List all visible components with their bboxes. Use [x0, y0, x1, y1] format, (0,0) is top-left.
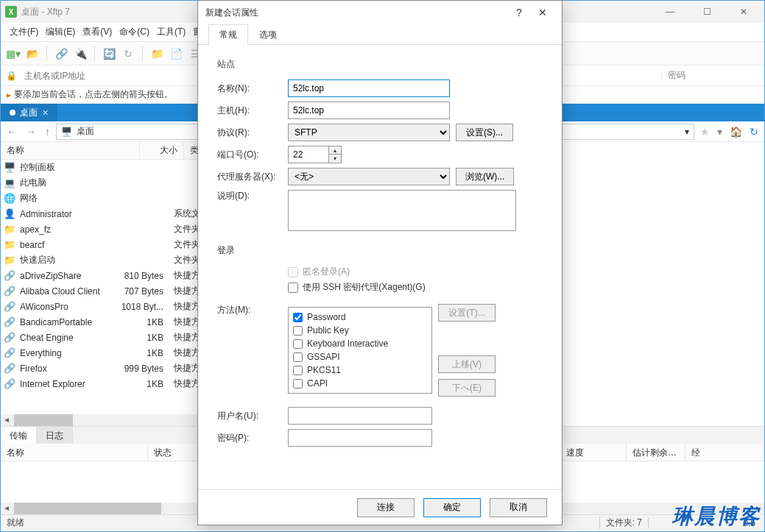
method-option[interactable]: PKCS11: [293, 363, 427, 377]
help-button[interactable]: ?: [507, 7, 531, 18]
left-pane: 名称 大小 类型 🖥️控制面板💻此电脑🌐网络👤Administrator系统文📁…: [1, 142, 222, 426]
label-host: 主机(H):: [217, 104, 288, 117]
list-item[interactable]: 🔗Firefox999 Bytes快捷方: [1, 361, 221, 376]
tab-log[interactable]: 日志: [37, 427, 73, 444]
file-icon: 📁: [4, 255, 15, 266]
list-item[interactable]: 🌐网络: [1, 191, 221, 206]
list-item[interactable]: 📁apex_fz文件夹: [1, 221, 221, 237]
new-file-icon[interactable]: 📄: [168, 46, 184, 62]
file-name: 控制面板: [20, 161, 106, 174]
file-size: 1KB: [110, 379, 169, 389]
list-item[interactable]: 🖥️控制面板: [1, 160, 221, 175]
star-icon[interactable]: ★: [697, 124, 713, 139]
password-input[interactable]: [288, 429, 432, 447]
scroll-thumb[interactable]: [14, 414, 73, 426]
method-option[interactable]: Password: [293, 311, 427, 324]
menu-tools[interactable]: 工具(T): [154, 24, 188, 40]
list-item[interactable]: 💻此电脑: [1, 175, 221, 191]
spin-down-icon[interactable]: ▾: [329, 155, 341, 163]
list-item[interactable]: 🔗Cheat Engine1KB快捷方: [1, 330, 221, 345]
proxy-select[interactable]: <无>: [288, 168, 450, 185]
list-item[interactable]: 👤Administrator系统文: [1, 206, 221, 221]
description-input[interactable]: [288, 190, 516, 231]
col-size[interactable]: 大小: [140, 142, 184, 159]
ok-button[interactable]: 确定: [423, 498, 481, 517]
link-icon[interactable]: 🔗: [53, 46, 69, 62]
bcol-eta[interactable]: 估计剩余…: [627, 444, 685, 461]
method-checkbox[interactable]: [293, 352, 303, 362]
cancel-button[interactable]: 取消: [490, 498, 547, 517]
port-input[interactable]: [288, 146, 329, 163]
list-item[interactable]: 🔗AWiconsPro1018 Byt...快捷方: [1, 299, 221, 314]
dropdown-icon[interactable]: ▾: [714, 124, 725, 139]
sync-icon[interactable]: 🔄: [101, 46, 117, 62]
dialog-close-button[interactable]: ✕: [531, 7, 554, 18]
list-item[interactable]: 🔗Alibaba Cloud Client707 Bytes快捷方: [1, 283, 221, 299]
xagent-checkbox[interactable]: [288, 283, 298, 293]
file-name: Administrator: [20, 209, 106, 219]
name-input[interactable]: [288, 79, 450, 97]
method-checkbox[interactable]: [293, 326, 303, 336]
menu-view[interactable]: 查看(V): [80, 24, 115, 40]
nav-fwd-icon[interactable]: →: [23, 124, 39, 139]
home-icon[interactable]: 🏠: [727, 124, 745, 139]
menu-file[interactable]: 文件(F): [7, 24, 41, 40]
protocol-settings-button[interactable]: 设置(S)...: [456, 124, 513, 141]
method-checkbox[interactable]: [293, 366, 303, 375]
method-option[interactable]: CAPI: [293, 377, 427, 390]
label-user: 用户名(U):: [217, 410, 288, 422]
tab-desktop[interactable]: 桌面 ✕: [1, 104, 57, 121]
maximize-button[interactable]: ☐: [691, 1, 723, 23]
minimize-button[interactable]: —: [654, 1, 686, 23]
nav-up-icon[interactable]: ↑: [42, 124, 53, 139]
list-item[interactable]: 📁bearcf文件夹: [1, 237, 221, 252]
new-session-icon[interactable]: ▦▾: [5, 46, 21, 62]
file-name: Internet Explorer: [20, 379, 106, 389]
tab-close-icon[interactable]: ✕: [42, 108, 49, 118]
list-item[interactable]: 🔗Everything1KB快捷方: [1, 345, 221, 361]
method-checkbox[interactable]: [293, 379, 303, 389]
hscroll[interactable]: ◂ ▸: [1, 414, 221, 426]
list-item[interactable]: 🔗aDriveZipShare810 Bytes快捷方: [1, 268, 221, 283]
refresh-icon[interactable]: ↻: [120, 46, 136, 62]
disconnect-icon[interactable]: 🔌: [72, 46, 88, 62]
bcol-ex[interactable]: 经: [685, 444, 764, 461]
protocol-select[interactable]: SFTP: [288, 124, 450, 141]
list-item[interactable]: 🔗Internet Explorer1KB快捷方: [1, 376, 221, 391]
method-option[interactable]: GSSAPI: [293, 350, 427, 363]
method-checkbox[interactable]: [293, 339, 303, 349]
connect-button[interactable]: 连接: [357, 498, 415, 517]
host-input[interactable]: [288, 102, 450, 119]
col-name[interactable]: 名称: [1, 142, 140, 159]
methods-list[interactable]: PasswordPublic KeyKeyboard InteractiveGS…: [288, 307, 432, 394]
file-name: 快速启动: [20, 254, 106, 266]
method-option[interactable]: Public Key: [293, 324, 427, 337]
reload-icon[interactable]: ↻: [747, 124, 761, 139]
dialog-tabs: 常规 选项: [198, 24, 562, 45]
proxy-browse-button[interactable]: 浏览(W)...: [456, 168, 514, 185]
tab-options[interactable]: 选项: [248, 24, 288, 45]
close-button[interactable]: ✕: [727, 1, 760, 23]
chevron-down-icon[interactable]: ▾: [685, 127, 689, 137]
spin-up-icon[interactable]: ▴: [329, 146, 341, 155]
method-option[interactable]: Keyboard Interactive: [293, 337, 427, 350]
method-checkbox[interactable]: [293, 313, 303, 322]
scroll-left-icon[interactable]: ◂: [1, 414, 13, 426]
username-input[interactable]: [288, 407, 432, 425]
menu-command[interactable]: 命令(C): [116, 24, 152, 40]
tab-transfer[interactable]: 传输: [1, 427, 37, 444]
session-dialog: 新建会话属性 ? ✕ 常规 选项 站点 名称(N): 主机(H): 协议(R):…: [197, 0, 563, 525]
open-icon[interactable]: 📂: [24, 46, 40, 62]
new-folder-icon[interactable]: 📁: [149, 46, 165, 62]
xagent-checkbox-row[interactable]: 使用 SSH 密钥代理(Xagent)(G): [288, 281, 543, 294]
bcol-name[interactable]: 名称: [1, 444, 148, 461]
bcol-speed[interactable]: 速度: [560, 444, 627, 461]
menu-edit[interactable]: 编辑(E): [43, 24, 78, 40]
bcol-status[interactable]: 状态: [148, 444, 200, 461]
tab-general[interactable]: 常规: [208, 24, 248, 45]
list-item[interactable]: 📁快速启动文件夹: [1, 252, 221, 268]
nav-back-icon[interactable]: ←: [4, 124, 20, 139]
port-spinner[interactable]: ▴▾: [288, 146, 342, 163]
list-item[interactable]: 🔗BandicamPortable1KB快捷方: [1, 314, 221, 330]
file-list[interactable]: 🖥️控制面板💻此电脑🌐网络👤Administrator系统文📁apex_fz文件…: [1, 160, 221, 414]
